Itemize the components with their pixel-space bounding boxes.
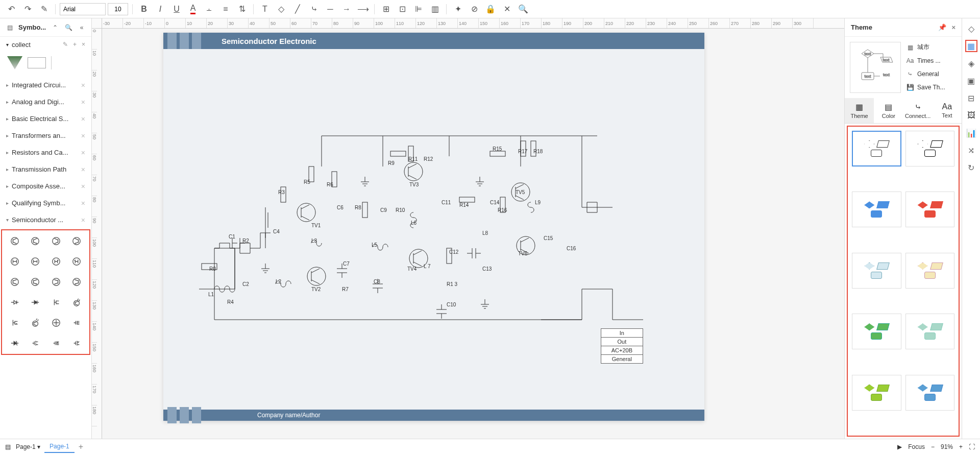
symbol-transistor-5[interactable] — [7, 254, 22, 269]
library-icon[interactable]: ▤ — [5, 23, 14, 32]
theme-panel-icon[interactable]: ▦ — [965, 40, 977, 52]
page-select[interactable]: Page-1 ▾ — [16, 443, 40, 450]
history-icon[interactable]: ↻ — [965, 161, 977, 174]
font-size-input[interactable] — [108, 3, 128, 15]
page-tab-1[interactable]: Page-1 — [44, 441, 75, 453]
ungroup-button[interactable]: ⊡ — [395, 2, 409, 16]
collected-shape-2[interactable] — [28, 57, 46, 68]
tools-button[interactable]: ✕ — [500, 2, 514, 16]
panel-search-icon[interactable]: 🔍 — [64, 23, 73, 32]
italic-button[interactable]: I — [153, 2, 167, 16]
symbol-transistor-11[interactable] — [48, 274, 64, 290]
circuit-diagram[interactable]: R0 R2 R3 R4 R5 R6 R7 R8 R9 R10 R11 R12 R… — [163, 49, 704, 410]
layers-panel-icon[interactable]: ◈ — [965, 57, 977, 69]
category-basic-electrical[interactable]: ▸Basic Electrical S...× — [0, 110, 91, 127]
line-color-button[interactable]: ╱ — [290, 2, 305, 16]
close-collect-icon[interactable]: × — [82, 41, 85, 48]
close-panel-icon[interactable]: × — [951, 23, 955, 31]
collected-shape-1[interactable] — [7, 56, 22, 69]
category-analog-digital[interactable]: ▸Analog and Digi...× — [0, 93, 91, 110]
effects-button[interactable]: ✦ — [451, 2, 465, 16]
tab-connect[interactable]: ⤷Connect... — [903, 98, 933, 123]
symbol-transistor-8[interactable] — [69, 254, 84, 269]
format-painter-button[interactable]: ✎ — [37, 2, 51, 16]
group-button[interactable]: ⊞ — [379, 2, 393, 16]
symbol-transistor-2[interactable] — [28, 233, 43, 249]
expand-icon[interactable]: ⌃ — [51, 23, 60, 32]
redo-button[interactable]: ↷ — [20, 2, 35, 16]
symbol-photo-transistor[interactable] — [69, 295, 84, 310]
tab-theme[interactable]: ▦Theme — [845, 98, 874, 123]
category-transformers[interactable]: ▸Transformers an...× — [0, 127, 91, 144]
category-resistors-caps[interactable]: ▸Resistors and Ca...× — [0, 144, 91, 161]
theme-item-2[interactable] — [852, 192, 901, 227]
align-button[interactable]: ≡ — [218, 2, 233, 16]
focus-label[interactable]: Focus — [908, 443, 925, 450]
zoom-out-button[interactable]: − — [931, 443, 935, 450]
canvas-area[interactable]: -30-20-100102030405060708090100110120130… — [92, 18, 844, 439]
edit-icon[interactable]: ✎ — [63, 41, 68, 48]
symbol-fet-3[interactable] — [69, 315, 84, 330]
search-button[interactable]: 🔍 — [516, 2, 530, 16]
shuffle-icon[interactable]: ⤨ — [965, 144, 977, 156]
symbol-diode-2[interactable] — [28, 295, 43, 310]
category-transmission-path[interactable]: ▸Transmission Path× — [0, 161, 91, 178]
connector-button[interactable]: ⤷ — [307, 2, 321, 16]
theme-item-6[interactable] — [852, 314, 901, 349]
tab-color[interactable]: ▤Color — [874, 98, 903, 123]
theme-opt-general[interactable]: ⤷General — [906, 69, 957, 79]
symbol-transistor-7[interactable] — [48, 254, 64, 269]
text-tool-button[interactable]: T — [258, 2, 272, 16]
present-icon[interactable]: ▶ — [897, 443, 902, 450]
symbol-transistor-9[interactable] — [7, 274, 22, 290]
text-direction-button[interactable]: ⫠ — [202, 2, 216, 16]
symbol-transistor-12[interactable] — [69, 274, 84, 290]
font-select[interactable] — [60, 3, 106, 15]
pin-icon[interactable]: 📌 — [938, 23, 946, 31]
bold-button[interactable]: B — [137, 2, 151, 16]
symbol-transistor-10[interactable] — [28, 274, 43, 290]
data-panel-icon[interactable]: ⊟ — [965, 92, 977, 104]
symbol-zener[interactable] — [7, 336, 22, 351]
theme-item-1[interactable] — [905, 131, 955, 166]
symbol-transistor-3[interactable] — [48, 233, 64, 249]
fill-panel-icon[interactable]: ◇ — [965, 22, 977, 35]
theme-item-3[interactable] — [905, 192, 955, 227]
image-panel-icon[interactable]: 🖼 — [965, 109, 977, 122]
symbol-transistor-4[interactable] — [69, 233, 84, 249]
theme-item-7[interactable] — [905, 314, 955, 349]
align-objects-button[interactable]: ⊫ — [411, 2, 426, 16]
arrow-end-button[interactable]: ⟶ — [356, 2, 370, 16]
symbol-transistor-6[interactable] — [28, 254, 43, 269]
fill-button[interactable]: ◇ — [274, 2, 288, 16]
category-qualifying[interactable]: ▸Qualifying Symb...× — [0, 195, 91, 211]
symbol-fet-2[interactable] — [7, 315, 22, 330]
theme-item-8[interactable] — [852, 375, 901, 411]
chevron-down-icon[interactable]: ▾ — [6, 42, 9, 47]
theme-item-9[interactable] — [905, 375, 955, 411]
symbol-led[interactable] — [28, 315, 43, 330]
fullscreen-icon[interactable]: ⛶ — [969, 443, 975, 450]
chart-panel-icon[interactable]: 📊 — [965, 127, 977, 139]
arrow-start-button[interactable]: → — [339, 2, 354, 16]
add-icon[interactable]: + — [73, 41, 77, 48]
add-page-button[interactable]: + — [79, 442, 83, 451]
zoom-in-button[interactable]: + — [959, 443, 963, 450]
category-composite[interactable]: ▸Composite Asse...× — [0, 178, 91, 195]
symbol-fet-6[interactable] — [69, 336, 84, 351]
theme-item-0[interactable] — [852, 131, 901, 166]
symbol-fet-1[interactable] — [48, 295, 64, 310]
symbol-diode-1[interactable] — [7, 295, 22, 310]
symbol-transistor-1[interactable] — [7, 233, 22, 249]
diagram-page[interactable]: Semiconductor Electronic — [163, 33, 704, 421]
category-integrated-circuits[interactable]: ▸Integrated Circui...× — [0, 77, 91, 93]
tab-text[interactable]: AaText — [933, 98, 962, 123]
theme-opt-save[interactable]: 💾Save Th... — [906, 82, 957, 92]
theme-item-4[interactable] — [852, 253, 901, 289]
underline-button[interactable]: U — [169, 2, 184, 16]
theme-item-5[interactable] — [905, 253, 955, 289]
distribute-button[interactable]: ▥ — [428, 2, 442, 16]
lock-button[interactable]: 🔒 — [483, 2, 498, 16]
slide-panel-icon[interactable]: ▣ — [965, 75, 977, 87]
symbol-fet-4[interactable] — [28, 336, 43, 351]
